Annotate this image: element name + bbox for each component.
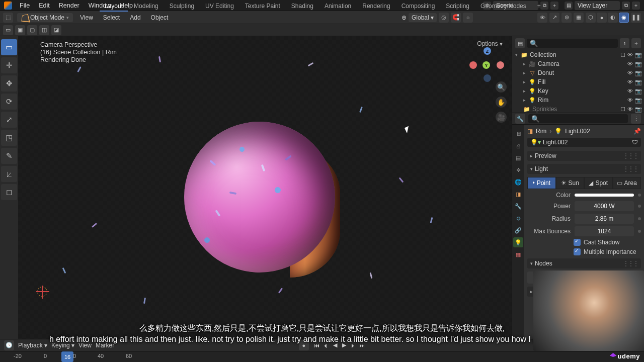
hide-toggle[interactable]: 👁	[627, 52, 633, 58]
tab-sculpting[interactable]: Sculpting	[165, 2, 199, 12]
tool-scale[interactable]: ⤢	[1, 112, 17, 128]
gizmo-neg-z[interactable]	[484, 74, 491, 82]
outliner-collection[interactable]: Collection	[530, 51, 556, 58]
light-type-point[interactable]: •Point	[527, 177, 556, 189]
viewport-camera-icon[interactable]: 🎥	[496, 112, 507, 123]
light-type-spot[interactable]: ◢Spot	[584, 177, 613, 189]
power-value[interactable]: 4000 W	[575, 201, 634, 211]
tool-select-box[interactable]: ▭	[1, 39, 17, 55]
tab-add-workspace[interactable]: +	[532, 2, 546, 12]
select-invert-icon[interactable]: ◪	[51, 25, 61, 35]
tab-layout[interactable]: Layout	[100, 2, 128, 12]
tab-shading[interactable]: Shading	[286, 2, 318, 12]
timeline-ruler[interactable]: -20 0 16 0 40 60	[0, 351, 644, 362]
select-subtract-icon[interactable]: ▢	[27, 25, 37, 35]
ptab-scene-icon[interactable]: ✲	[513, 165, 523, 175]
pin-icon[interactable]: 📌	[633, 128, 641, 135]
properties-options-icon[interactable]: ⋮	[631, 114, 641, 124]
panel-preview[interactable]: ▸Preview⋮⋮⋮	[527, 151, 641, 161]
pause-icon[interactable]: ❚❚	[631, 13, 641, 23]
ptab-texture-icon[interactable]: ▦	[513, 249, 523, 259]
gizmo-x-axis[interactable]	[469, 61, 477, 69]
fake-user-icon[interactable]: 🛡	[632, 139, 638, 146]
viewport-pan-icon[interactable]: ✋	[496, 97, 507, 108]
mode-selector[interactable]: Object Mode ▾	[17, 13, 73, 22]
panel-nodes[interactable]: ▾Nodes⋮⋮⋮	[527, 258, 641, 268]
playhead[interactable]: 16	[61, 351, 73, 362]
outliner-sprinkles[interactable]: Sprinkles	[532, 106, 557, 113]
editor-type-icon[interactable]: ⬚	[3, 13, 13, 23]
xray-icon[interactable]: ▦	[574, 13, 584, 23]
outliner-display-mode-icon[interactable]: ▤	[515, 38, 525, 48]
3d-viewport[interactable]: Camera Perspective (16) Scene Collection…	[18, 36, 512, 339]
outliner-camera[interactable]: Camera	[538, 60, 559, 67]
ptab-data-light-icon[interactable]: 💡	[513, 237, 523, 247]
tab-uvediting[interactable]: UV Editing	[200, 2, 239, 12]
datablock-light-icon[interactable]: 💡▾	[530, 139, 541, 146]
orientation-icon[interactable]: ⊕	[401, 14, 407, 21]
viewlayer-name-input[interactable]	[575, 1, 620, 10]
shading-wireframe-icon[interactable]: ⬡	[586, 13, 596, 23]
tool-measure[interactable]: ⟀	[1, 166, 17, 182]
anim-dot[interactable]	[638, 205, 641, 208]
tool-annotate[interactable]: ✎	[1, 148, 17, 164]
select-intersect-icon[interactable]: ◫	[39, 25, 49, 35]
viewport-menu-select[interactable]: Select	[100, 13, 123, 22]
tab-compositing[interactable]: Compositing	[396, 2, 440, 12]
restrict-toggle[interactable]: ☐	[620, 52, 625, 58]
visibility-icon[interactable]: 👁	[537, 13, 547, 23]
tab-rendering[interactable]: Rendering	[357, 2, 395, 12]
properties-search-input[interactable]	[528, 114, 628, 123]
ptab-constraint-icon[interactable]: 🔗	[513, 225, 523, 235]
ptab-physics-icon[interactable]: ⊚	[513, 213, 523, 223]
ptab-modifier-icon[interactable]: 🔧	[513, 201, 523, 211]
viewlayer-new-icon[interactable]: ＋	[632, 2, 640, 10]
outliner-panel[interactable]: ▤ ⫾ ＋ 📁Collection☐👁📷 🎥Camera👁📷 ▽Donut👁📷 …	[512, 36, 644, 113]
color-value[interactable]	[575, 194, 634, 197]
ptab-render-icon[interactable]: 🖥	[513, 129, 523, 139]
proportional-icon[interactable]: ○	[463, 13, 473, 23]
properties-type-icon[interactable]: 🔧	[515, 114, 525, 124]
gizmo-y-axis[interactable]: Y	[482, 61, 490, 69]
maxbounces-value[interactable]: 1024	[575, 226, 634, 236]
render-toggle[interactable]: 📷	[635, 52, 642, 58]
tab-scripting[interactable]: Scripting	[441, 2, 474, 12]
gizmo-neg-x[interactable]	[497, 61, 504, 69]
shading-rendered-icon[interactable]: ◉	[619, 13, 629, 23]
panel-light[interactable]: ▾Light⋮⋮⋮	[527, 164, 641, 174]
shading-solid-icon[interactable]: ●	[597, 13, 607, 23]
tab-animation[interactable]: Animation	[319, 2, 356, 12]
anim-dot[interactable]	[638, 230, 641, 233]
crumb-object[interactable]: Rim	[536, 128, 546, 135]
outliner-filter-icon[interactable]: ⫾	[620, 38, 629, 48]
crumb-data[interactable]: Light.002	[565, 128, 590, 135]
viewlayer-selector[interactable]: ▤ ⧉ ＋	[565, 1, 640, 10]
tool-move[interactable]: ✥	[1, 75, 17, 92]
viewlayer-copy-icon[interactable]: ⧉	[622, 2, 630, 10]
outliner-search-input[interactable]	[527, 39, 618, 48]
outliner-key[interactable]: Key	[538, 87, 548, 95]
scene-new-icon[interactable]: ＋	[550, 2, 558, 10]
tool-add-cube[interactable]: ◻	[1, 184, 17, 200]
gizmo-toggle-icon[interactable]: ↗	[549, 13, 559, 23]
ptab-object-icon[interactable]: ◨	[513, 189, 523, 199]
viewport-menu-view[interactable]: View	[77, 13, 96, 22]
overlay-toggle-icon[interactable]: ⊚	[561, 13, 572, 23]
light-type-sun[interactable]: ☀Sun	[556, 177, 585, 189]
pivot-icon[interactable]: ◎	[439, 13, 449, 23]
orientation-selector[interactable]: Global ▾	[409, 13, 437, 22]
radius-value[interactable]: 2.86 m	[575, 214, 634, 224]
tool-cursor[interactable]: ✛	[1, 57, 17, 73]
tab-geometry-nodes[interactable]: Geometry Nodes	[475, 2, 531, 12]
tab-modeling[interactable]: Modeling	[129, 2, 164, 12]
ptab-world-icon[interactable]: 🌐	[513, 177, 523, 187]
snap-icon[interactable]: 🧲	[451, 13, 461, 23]
outliner-rim[interactable]: Rim	[538, 97, 548, 104]
viewport-menu-object[interactable]: Object	[148, 13, 172, 22]
gizmo-z-axis[interactable]: Z	[484, 47, 491, 55]
light-type-area[interactable]: ▭Area	[613, 177, 641, 189]
multiple-importance-checkbox[interactable]	[574, 248, 581, 255]
light-name-input[interactable]	[543, 139, 630, 146]
outliner-donut[interactable]: Donut	[538, 69, 554, 76]
tab-texture-paint[interactable]: Texture Paint	[240, 2, 285, 12]
